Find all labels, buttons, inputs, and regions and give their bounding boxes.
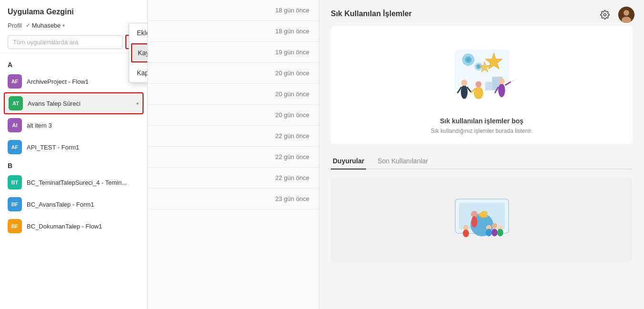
svg-point-20 — [475, 81, 481, 87]
svg-point-16 — [461, 80, 467, 86]
list-item-bcteminat[interactable]: BT BC_TeminatTalepSureci_4 - Temin... — [0, 171, 147, 193]
center-list-item-3[interactable]: 19 gün önce — [148, 42, 319, 63]
list-item-archive[interactable]: AF ArchiveProject - Flow1 — [0, 70, 147, 92]
profile-select[interactable]: ✓ Muhasebe ▾ — [26, 22, 65, 29]
search-input[interactable] — [13, 39, 117, 46]
tab-duyurular[interactable]: Duyurular — [331, 153, 366, 169]
profile-value: Muhasebe — [32, 22, 61, 29]
center-list-item-7[interactable]: 22 gün önce — [148, 126, 319, 147]
list-item-avans[interactable]: AT Avans Talep Süreci ▾ — [4, 92, 143, 114]
svg-point-35 — [491, 223, 497, 228]
item-icon-archive: AF — [8, 74, 22, 89]
item-icon-bcdokuman: BF — [8, 219, 22, 233]
profile-row: Profil ✓ Muhasebe ▾ — [8, 22, 140, 29]
item-label-bcavans: BC_AvansTalep - Form1 — [27, 201, 140, 208]
svg-point-22 — [498, 83, 505, 97]
svg-point-23 — [499, 78, 505, 84]
topbar-icons — [597, 7, 634, 23]
list-item-altitem[interactable]: AI alt item 3 — [0, 114, 147, 136]
svg-point-9 — [466, 58, 470, 61]
announcement-illustration — [444, 191, 520, 249]
section-letter-b: B — [0, 158, 147, 171]
center-list-item-8[interactable]: 22 gün önce — [148, 147, 319, 168]
frequent-card: Sık kullanılan işlemler boş Sık kullandı… — [331, 26, 633, 144]
frequent-title: Sık Kullanılan İşlemler — [331, 10, 633, 18]
dropdown-item-kapat[interactable]: Kapat — [129, 63, 148, 82]
dropdown-item-kaydet[interactable]: Kaydet — [131, 43, 148, 62]
sidebar-list: A AF ArchiveProject - Flow1 AT Avans Tal… — [0, 53, 147, 309]
sidebar-header: Uygulama Gezgini Profil ✓ Muhasebe ▾ ⋮ — [0, 0, 147, 53]
list-item-bcdokuman[interactable]: BF BC_DokumanTalep - Flow1 — [0, 215, 147, 237]
profile-chevron-icon: ▾ — [62, 23, 65, 28]
item-icon-bcavans: BF — [8, 197, 22, 211]
svg-rect-6 — [485, 82, 492, 90]
search-input-wrap[interactable] — [8, 35, 123, 49]
dropdown-item-ekle[interactable]: Ekle — [129, 23, 148, 42]
item-label-archive: ArchiveProject - Flow1 — [27, 78, 140, 85]
list-item-bcavans[interactable]: BF BC_AvansTalep - Form1 — [0, 193, 147, 215]
dropdown-menu: Ekle Kaydet Kapat — [129, 23, 148, 83]
item-label-avans: Avans Talep Süreci — [28, 100, 132, 107]
sidebar-title: Uygulama Gezgini — [8, 8, 140, 16]
frequent-illustration — [434, 35, 530, 111]
center-list-item-1[interactable]: 18 gün önce — [148, 0, 319, 21]
settings-button[interactable] — [597, 7, 613, 22]
svg-point-37 — [486, 229, 492, 236]
item-label-apitest: API_TEST - Form1 — [27, 144, 140, 151]
section-letter-a: A — [0, 57, 147, 70]
item-icon-bcteminat: BT — [8, 175, 22, 189]
right-panel: Sık Kullanılan İşlemler — [319, 0, 644, 309]
tab-content-duyurular — [331, 177, 633, 263]
svg-rect-33 — [484, 211, 487, 218]
svg-point-2 — [624, 10, 629, 16]
center-list-item-9[interactable]: 22 gün önce — [148, 168, 319, 189]
content-wrapper: 18 gün önce 18 gün önce 19 gün önce 20 g… — [148, 0, 644, 309]
item-icon-altitem: AI — [8, 118, 22, 132]
item-icon-avans: AT — [9, 96, 23, 110]
user-avatar-button[interactable] — [618, 7, 634, 23]
svg-point-0 — [604, 14, 606, 16]
svg-point-39 — [497, 229, 503, 236]
center-list-item-2[interactable]: 18 gün önce — [148, 21, 319, 42]
item-label-bcdokuman: BC_DokumanTalep - Flow1 — [27, 223, 140, 230]
svg-point-41 — [463, 229, 469, 237]
svg-line-26 — [511, 80, 516, 82]
center-list-item-10[interactable]: 23 gün önce — [148, 189, 319, 209]
frequent-empty-title: Sık kullanılan işlemler boş — [340, 117, 623, 125]
avans-chevron-icon: ▾ — [136, 101, 139, 106]
item-icon-apitest: AF — [8, 140, 22, 154]
center-list-item-5[interactable]: 20 gün önce — [148, 84, 319, 105]
list-item-apitest[interactable]: AF API_TEST - Form1 — [0, 136, 147, 158]
item-label-bcteminat: BC_TeminatTalepSureci_4 - Temin... — [27, 179, 140, 186]
tabs-row: Duyurular Son Kullanılanlar — [331, 153, 633, 169]
svg-point-31 — [471, 216, 477, 228]
svg-point-38 — [491, 229, 498, 236]
profile-label: Profil — [8, 22, 22, 29]
check-icon: ✓ — [26, 22, 30, 29]
search-row: ⋮ — [8, 35, 140, 49]
sidebar: Uygulama Gezgini Profil ✓ Muhasebe ▾ ⋮ E… — [0, 0, 148, 309]
center-list: 18 gün önce 18 gün önce 19 gün önce 20 g… — [148, 0, 319, 309]
tab-son-kullanilanlar[interactable]: Son Kullanılanlar — [376, 153, 430, 169]
item-label-altitem: alt item 3 — [27, 122, 140, 129]
center-list-item-4[interactable]: 20 gün önce — [148, 63, 319, 84]
center-list-item-6[interactable]: 20 gün önce — [148, 105, 319, 126]
frequent-empty-subtitle: Sık kullandığınız işlemler burada listen… — [340, 128, 623, 134]
svg-point-40 — [463, 225, 468, 230]
